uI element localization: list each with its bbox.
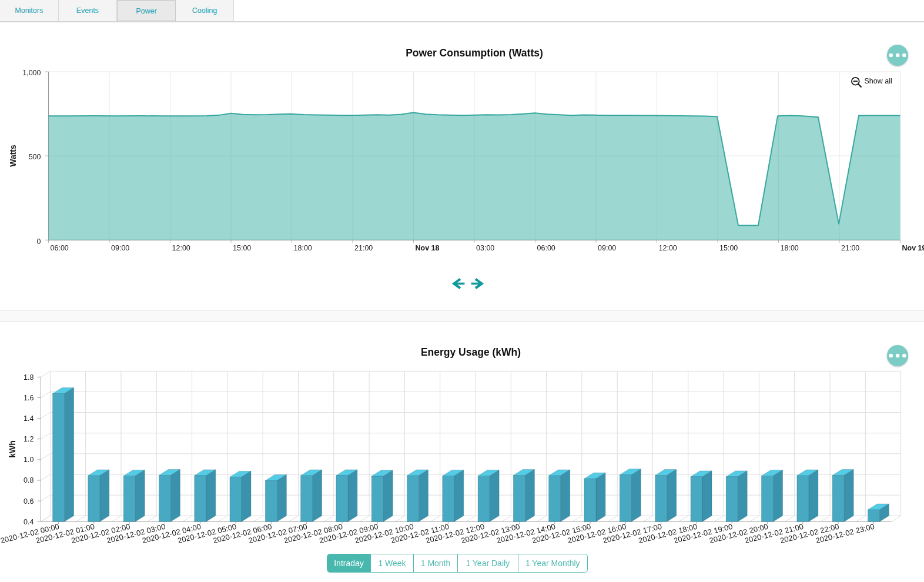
svg-text:1.0: 1.0 [24, 456, 34, 464]
svg-text:Nov 19: Nov 19 [902, 244, 924, 252]
svg-text:12:00: 12:00 [172, 244, 190, 252]
svg-text:1.6: 1.6 [24, 394, 34, 402]
svg-text:kWh: kWh [8, 440, 17, 458]
svg-text:0.6: 0.6 [24, 497, 34, 506]
svg-text:0: 0 [37, 238, 41, 246]
svg-text:18:00: 18:00 [294, 244, 312, 252]
svg-text:06:00: 06:00 [537, 244, 555, 252]
svg-text:0.4: 0.4 [24, 518, 34, 526]
svg-text:15:00: 15:00 [233, 244, 251, 252]
svg-text:Show all: Show all [865, 77, 892, 85]
svg-text:03:00: 03:00 [476, 244, 494, 252]
svg-text:12:00: 12:00 [659, 244, 677, 252]
svg-text:0.8: 0.8 [24, 476, 34, 484]
svg-text:Nov 18: Nov 18 [416, 244, 440, 252]
svg-text:Watts: Watts [8, 145, 18, 167]
svg-text:1.2: 1.2 [24, 435, 34, 443]
svg-text:09:00: 09:00 [598, 244, 616, 252]
svg-text:15:00: 15:00 [719, 244, 738, 252]
svg-text:21:00: 21:00 [354, 244, 373, 252]
svg-text:1.8: 1.8 [24, 373, 34, 382]
svg-text:21:00: 21:00 [841, 244, 859, 252]
svg-text:1.4: 1.4 [24, 414, 34, 423]
svg-text:06:00: 06:00 [51, 244, 69, 252]
svg-text:500: 500 [29, 153, 41, 161]
svg-text:1,000: 1,000 [22, 69, 41, 77]
svg-text:18:00: 18:00 [781, 244, 799, 252]
svg-text:09:00: 09:00 [111, 244, 129, 252]
